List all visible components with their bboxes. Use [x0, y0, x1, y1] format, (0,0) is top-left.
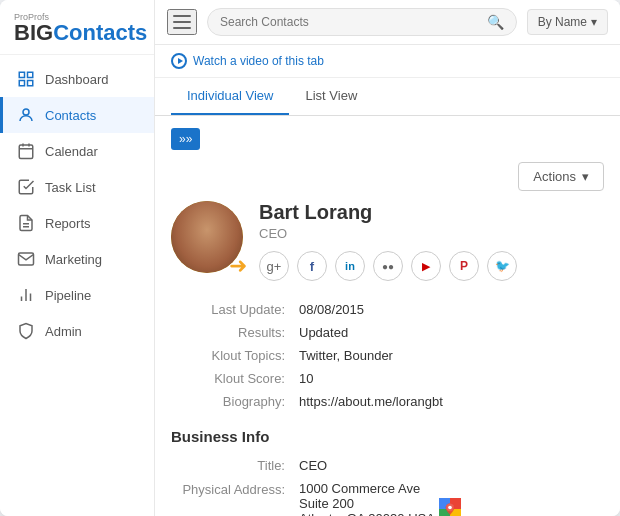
last-update-label: Last Update: [173, 299, 293, 320]
logo-bigcontacts: BIGContacts [14, 22, 140, 44]
address-line1: 1000 Commerce Ave [299, 481, 598, 496]
table-row: Last Update: 08/08/2015 [173, 299, 602, 320]
calendar-icon [17, 142, 35, 160]
address-line3: Atlanta, GA 30030 USA [299, 511, 435, 516]
svg-rect-1 [28, 72, 33, 77]
social-icon-linkedin[interactable]: in [335, 251, 365, 281]
sidebar-item-label: Pipeline [45, 288, 91, 303]
panel-toolbar: »» [171, 128, 604, 150]
search-box: 🔍 [207, 8, 517, 36]
social-icon-twitter[interactable]: 🐦 [487, 251, 517, 281]
contact-name: Bart Lorang [259, 201, 604, 224]
actions-label: Actions [533, 169, 576, 184]
sidebar-item-marketing[interactable]: Marketing [0, 241, 154, 277]
svg-rect-3 [28, 81, 33, 86]
table-row: Biography: https://about.me/lorangbt [173, 391, 602, 412]
video-bar-text: Watch a video of this tab [193, 54, 324, 68]
sort-button[interactable]: By Name ▾ [527, 9, 608, 35]
tab-individual-view[interactable]: Individual View [171, 78, 289, 115]
sidebar-item-label: Contacts [45, 108, 96, 123]
contact-panel: »» Actions ▾ Bart Lorang CEO [155, 116, 620, 516]
chevron-down-icon: ▾ [591, 15, 597, 29]
svg-rect-0 [19, 72, 24, 77]
video-bar[interactable]: Watch a video of this tab [155, 45, 620, 78]
biz-title-label: Title: [173, 455, 293, 476]
arrow-pointer: ➜ [229, 253, 247, 279]
biography-label: Biography: [173, 391, 293, 412]
sidebar-item-label: Reports [45, 216, 91, 231]
table-row: Klout Topics: Twitter, Bounder [173, 345, 602, 366]
sidebar-item-contacts[interactable]: Contacts [0, 97, 154, 133]
chevron-down-icon: ▾ [582, 169, 589, 184]
social-icon-pinterest[interactable]: P [449, 251, 479, 281]
results-label: Results: [173, 322, 293, 343]
actions-button[interactable]: Actions ▾ [518, 162, 604, 191]
sidebar-item-reports[interactable]: Reports [0, 205, 154, 241]
social-icons: ➜ g+ f in ●● ▶ P 🐦 [259, 251, 604, 281]
sidebar-item-dashboard[interactable]: Dashboard [0, 61, 154, 97]
shield-icon [17, 322, 35, 340]
contact-title-label: CEO [259, 226, 604, 241]
email-icon [17, 250, 35, 268]
address-value: 1000 Commerce Ave Suite 200 Atlanta, GA … [295, 478, 602, 516]
hamburger-button[interactable] [167, 9, 197, 35]
grid-icon [17, 70, 35, 88]
klout-score-value: 10 [295, 368, 602, 389]
klout-topics-label: Klout Topics: [173, 345, 293, 366]
tab-list-view[interactable]: List View [289, 78, 373, 115]
report-icon [17, 214, 35, 232]
svg-rect-5 [19, 145, 33, 159]
details-table: Last Update: 08/08/2015 Results: Updated… [171, 297, 604, 414]
sidebar: ProProfs BIGContacts Dashboard Contacts … [0, 0, 155, 516]
contact-header: Bart Lorang CEO ➜ g+ f in ●● ▶ P 🐦 [171, 201, 604, 281]
tabs-bar: Individual View List View [155, 78, 620, 116]
social-icon-youtube[interactable]: ▶ [411, 251, 441, 281]
table-row: Klout Score: 10 [173, 368, 602, 389]
sidebar-item-calendar[interactable]: Calendar [0, 133, 154, 169]
map-pin-icon[interactable] [439, 498, 461, 516]
table-row: Results: Updated [173, 322, 602, 343]
svg-point-19 [448, 506, 452, 510]
results-value: Updated [295, 322, 602, 343]
business-info-table: Title: CEO Physical Address: 1000 Commer… [171, 453, 604, 516]
main-area: 🔍 By Name ▾ Watch a video of this tab In… [155, 0, 620, 516]
sidebar-item-label: Marketing [45, 252, 102, 267]
social-icon-google[interactable]: g+ [259, 251, 289, 281]
last-update-value: 08/08/2015 [295, 299, 602, 320]
sidebar-nav: Dashboard Contacts Calendar Task List Re… [0, 55, 154, 516]
play-icon [171, 53, 187, 69]
social-icon-facebook[interactable]: f [297, 251, 327, 281]
sidebar-item-label: Dashboard [45, 72, 109, 87]
sidebar-item-task-list[interactable]: Task List [0, 169, 154, 205]
social-icon-flickr[interactable]: ●● [373, 251, 403, 281]
sidebar-item-admin[interactable]: Admin [0, 313, 154, 349]
person-icon [17, 106, 35, 124]
sidebar-item-pipeline[interactable]: Pipeline [0, 277, 154, 313]
biz-title-value: CEO [295, 455, 602, 476]
expand-icon: »» [179, 132, 192, 146]
svg-point-4 [23, 109, 29, 115]
address-label: Physical Address: [173, 478, 293, 516]
sort-label: By Name [538, 15, 587, 29]
logo: ProProfs BIGContacts [0, 0, 154, 55]
search-input[interactable] [220, 15, 481, 29]
actions-area: Actions ▾ [171, 162, 604, 191]
business-info-title: Business Info [171, 428, 604, 445]
expand-button[interactable]: »» [171, 128, 200, 150]
klout-score-label: Klout Score: [173, 368, 293, 389]
chart-icon [17, 286, 35, 304]
table-row: Physical Address: 1000 Commerce Ave Suit… [173, 478, 602, 516]
sidebar-item-label: Calendar [45, 144, 98, 159]
task-icon [17, 178, 35, 196]
contact-info: Bart Lorang CEO ➜ g+ f in ●● ▶ P 🐦 [259, 201, 604, 281]
table-row: Title: CEO [173, 455, 602, 476]
search-icon: 🔍 [487, 14, 504, 30]
content: Watch a video of this tab Individual Vie… [155, 45, 620, 516]
svg-rect-2 [19, 81, 24, 86]
sidebar-item-label: Task List [45, 180, 96, 195]
sidebar-item-label: Admin [45, 324, 82, 339]
biography-value[interactable]: https://about.me/lorangbt [295, 391, 602, 412]
klout-topics-value: Twitter, Bounder [295, 345, 602, 366]
address-line2: Suite 200 [299, 496, 435, 511]
topbar: 🔍 By Name ▾ [155, 0, 620, 45]
